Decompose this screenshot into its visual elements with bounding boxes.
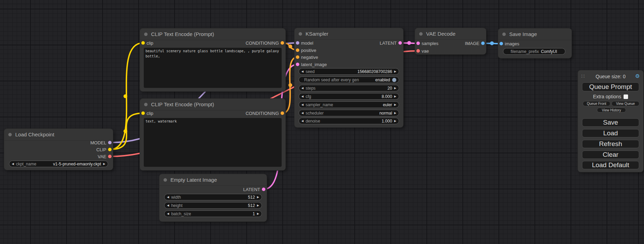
- next-arrow-icon[interactable]: ▶: [394, 103, 396, 106]
- node-titlebar[interactable]: KSampler: [294, 28, 403, 40]
- prev-arrow-icon[interactable]: ◀: [301, 103, 303, 106]
- node-title: Load Checkpoint: [15, 132, 54, 137]
- prev-arrow-icon[interactable]: ◀: [301, 112, 303, 115]
- input-slot-negative: negative: [294, 54, 318, 61]
- conditioning-port[interactable]: [296, 48, 299, 52]
- vae-port[interactable]: [108, 155, 112, 158]
- next-arrow-icon[interactable]: ▶: [394, 120, 396, 123]
- image-port[interactable]: [481, 42, 485, 45]
- node-titlebar[interactable]: Load Checkpoint: [4, 129, 113, 141]
- node-titlebar[interactable]: CLIP Text Encode (Prompt): [140, 99, 285, 110]
- node-empty-latent-image[interactable]: Empty Latent Image LATENT ◀ width 512 ▶ …: [159, 174, 267, 222]
- model-port[interactable]: [108, 141, 112, 144]
- latent-port[interactable]: [262, 188, 265, 191]
- extra-options-checkbox[interactable]: [624, 94, 628, 99]
- node-vae-decode[interactable]: VAE Decode samples vae IMAGE: [415, 28, 486, 54]
- ckpt-name-widget[interactable]: ◀ ckpt_name v1-5-pruned-emaonly.ckpt ▶: [9, 161, 108, 167]
- queue-prompt-button[interactable]: Queue Prompt: [582, 82, 639, 91]
- node-title: VAE Decode: [426, 31, 456, 37]
- collapse-dot[interactable]: [144, 103, 148, 106]
- image-port[interactable]: [500, 42, 503, 45]
- load-button[interactable]: Load: [582, 129, 639, 137]
- load-default-button[interactable]: Load Default: [582, 161, 639, 169]
- collapse-dot[interactable]: [144, 33, 148, 36]
- node-title: Empty Latent Image: [170, 177, 217, 183]
- batch-size-widget[interactable]: ◀ batch_size 1 ▶: [164, 210, 262, 217]
- model-port[interactable]: [296, 41, 299, 45]
- toggle-dot[interactable]: [392, 78, 396, 82]
- node-clip-text-encode-negative[interactable]: CLIP Text Encode (Prompt) clip CONDITION…: [140, 99, 285, 170]
- conditioning-port[interactable]: [296, 55, 299, 59]
- next-arrow-icon[interactable]: ▶: [394, 95, 396, 98]
- node-titlebar[interactable]: Save Image: [498, 28, 572, 40]
- clip-port[interactable]: [141, 41, 145, 45]
- seed-widget[interactable]: ◀ seed 156680208700286 ▶: [299, 68, 399, 75]
- collapse-dot[interactable]: [164, 178, 167, 182]
- node-title: Save Image: [509, 31, 537, 37]
- next-arrow-icon[interactable]: ▶: [257, 196, 259, 199]
- node-graph-canvas[interactable]: Load Checkpoint MODEL CLIP VAE ◀ ckpt_na…: [0, 0, 644, 244]
- next-arrow-icon[interactable]: ▶: [257, 213, 259, 215]
- cfg-widget[interactable]: ◀ cfg 8.000 ▶: [299, 93, 399, 100]
- collapse-dot[interactable]: [8, 133, 12, 136]
- node-title: KSampler: [306, 31, 328, 37]
- latent-port[interactable]: [398, 41, 402, 45]
- prev-arrow-icon[interactable]: ◀: [12, 163, 14, 165]
- latent-port[interactable]: [416, 42, 420, 45]
- refresh-button[interactable]: Refresh: [582, 140, 639, 148]
- collapse-dot[interactable]: [419, 32, 423, 36]
- node-titlebar[interactable]: VAE Decode: [415, 28, 486, 40]
- collapse-dot[interactable]: [299, 32, 302, 36]
- queue-front-button[interactable]: Queue Front: [583, 101, 610, 106]
- next-arrow-icon[interactable]: ▶: [103, 163, 105, 165]
- prev-arrow-icon[interactable]: ◀: [167, 213, 169, 215]
- positive-prompt-textarea[interactable]: beautiful scenery nature glass bottle la…: [144, 48, 282, 88]
- prev-arrow-icon[interactable]: ◀: [167, 196, 169, 199]
- prev-arrow-icon[interactable]: ◀: [301, 87, 303, 90]
- prev-arrow-icon[interactable]: ◀: [301, 95, 303, 98]
- collapse-dot[interactable]: [502, 33, 506, 36]
- view-history-button[interactable]: View History: [597, 108, 626, 112]
- prev-arrow-icon[interactable]: ◀: [301, 70, 303, 73]
- next-arrow-icon[interactable]: ▶: [394, 87, 396, 90]
- denoise-widget[interactable]: ◀ denoise 1.000 ▶: [299, 118, 399, 124]
- conditioning-port[interactable]: [281, 111, 284, 115]
- node-ksampler[interactable]: KSampler model positive negative latent_…: [294, 28, 403, 127]
- next-arrow-icon[interactable]: ▶: [257, 204, 259, 207]
- clip-port[interactable]: [108, 148, 112, 151]
- width-widget[interactable]: ◀ width 512 ▶: [164, 194, 262, 200]
- latent-port[interactable]: [296, 63, 299, 66]
- output-slot-clip: CLIP: [96, 146, 113, 153]
- clear-button[interactable]: Clear: [582, 151, 639, 159]
- filename-prefix-widget[interactable]: filename_prefix ComfyUI: [503, 48, 565, 55]
- sampler-name-widget[interactable]: ◀ sampler_name euler ▶: [299, 101, 399, 108]
- node-titlebar[interactable]: CLIP Text Encode (Prompt): [140, 28, 285, 40]
- node-clip-text-encode-positive[interactable]: CLIP Text Encode (Prompt) clip CONDITION…: [140, 28, 285, 91]
- node-titlebar[interactable]: Empty Latent Image: [159, 174, 267, 186]
- input-slot-images: images: [498, 40, 519, 47]
- input-slot-positive: positive: [294, 47, 316, 54]
- input-slot-model: model: [294, 39, 313, 46]
- save-button[interactable]: Save: [582, 118, 639, 127]
- conditioning-port[interactable]: [281, 41, 284, 45]
- output-slot-latent: LATENT: [243, 186, 267, 193]
- clip-port[interactable]: [141, 111, 145, 115]
- next-arrow-icon[interactable]: ▶: [394, 112, 396, 115]
- node-load-checkpoint[interactable]: Load Checkpoint MODEL CLIP VAE ◀ ckpt_na…: [4, 129, 113, 170]
- extra-options-label: Extra options: [593, 94, 621, 99]
- link-dot: [289, 83, 292, 87]
- node-save-image[interactable]: Save Image images filename_prefix ComfyU…: [498, 28, 572, 58]
- prev-arrow-icon[interactable]: ◀: [167, 204, 169, 207]
- negative-prompt-textarea[interactable]: text, watermark: [144, 118, 282, 167]
- link-dot: [124, 94, 127, 98]
- random-seed-toggle-widget[interactable]: Random seed after every gen enabled: [299, 76, 399, 83]
- height-widget[interactable]: ◀ height 512 ▶: [164, 202, 262, 209]
- input-slot-latent-image: latent_image: [294, 61, 327, 68]
- prev-arrow-icon[interactable]: ◀: [301, 120, 303, 123]
- settings-gear-icon[interactable]: ⚙: [635, 73, 640, 79]
- view-queue-button[interactable]: View Queue: [611, 101, 639, 106]
- vae-port[interactable]: [416, 49, 420, 53]
- steps-widget[interactable]: ◀ steps 20 ▶: [299, 85, 399, 91]
- scheduler-widget[interactable]: ◀ scheduler normal ▶: [299, 110, 399, 116]
- next-arrow-icon[interactable]: ▶: [394, 70, 396, 73]
